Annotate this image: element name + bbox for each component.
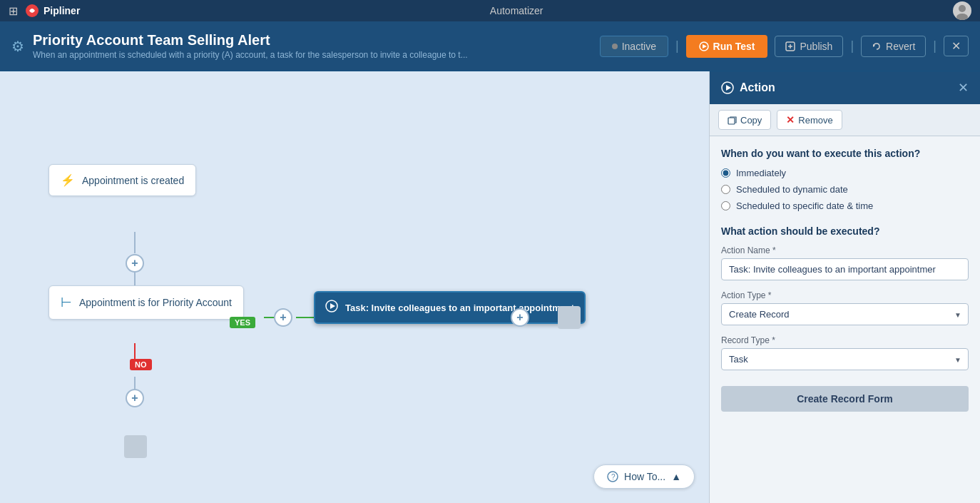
logo-icon bbox=[25, 4, 39, 18]
action-type-select[interactable]: Create Record Send Email Update Record bbox=[721, 303, 969, 325]
svg-point-1 bbox=[959, 5, 966, 12]
header-controls: Inactive | Run Test Publish | Revert | ✕ bbox=[600, 35, 969, 58]
end-node-yes bbox=[558, 306, 581, 329]
radio-immediately[interactable]: Immediately bbox=[721, 168, 969, 178]
radio-specific-label: Scheduled to specific date & time bbox=[736, 200, 873, 211]
remove-label: Remove bbox=[798, 115, 832, 126]
what-section-title: What action should be executed? bbox=[721, 225, 969, 237]
condition-node[interactable]: ⊢ Appointment is for Priority Account bbox=[49, 285, 244, 320]
inactive-label: Inactive bbox=[622, 41, 656, 52]
no-badge: NO bbox=[130, 359, 152, 370]
yes-badge: YES bbox=[230, 317, 255, 328]
page-title: Automatizer bbox=[87, 5, 946, 16]
how-to-label: How To... bbox=[624, 471, 665, 482]
radio-dynamic-input[interactable] bbox=[721, 185, 730, 194]
panel-play-icon bbox=[721, 81, 734, 94]
add-node-btn-1[interactable]: + bbox=[126, 254, 144, 273]
close-header-button[interactable]: ✕ bbox=[944, 36, 969, 56]
svg-text:?: ? bbox=[611, 473, 616, 481]
action-label: Task: Invite colleagues to an important … bbox=[345, 303, 574, 313]
separator-3: | bbox=[933, 39, 936, 54]
automation-subtitle: When an appointment is scheduled with a … bbox=[33, 50, 532, 60]
action-name-field: Action Name * bbox=[721, 245, 969, 280]
revert-icon bbox=[872, 41, 882, 51]
radio-specific[interactable]: Scheduled to specific date & time bbox=[721, 200, 969, 211]
status-dot bbox=[612, 44, 618, 49]
action-name-label: Action Name * bbox=[721, 245, 969, 255]
copy-button[interactable]: Copy bbox=[718, 110, 771, 130]
panel-toolbar: Copy ✕ Remove bbox=[710, 104, 980, 136]
radio-immediately-input[interactable] bbox=[721, 168, 730, 178]
separator-1: | bbox=[675, 39, 679, 54]
when-section-title: When do you want to execute this action? bbox=[721, 148, 969, 159]
action-type-label: Action Type * bbox=[721, 290, 969, 300]
record-type-field: Record Type * Task Activity Appointment bbox=[721, 335, 969, 370]
copy-label: Copy bbox=[740, 115, 762, 126]
publish-icon bbox=[785, 41, 795, 51]
svg-marker-4 bbox=[703, 44, 707, 49]
record-type-select-wrapper: Task Activity Appointment bbox=[721, 348, 969, 370]
help-icon: ? bbox=[607, 471, 618, 482]
svg-point-2 bbox=[956, 14, 968, 20]
settings-icon[interactable]: ⚙ bbox=[11, 38, 24, 55]
publish-label: Publish bbox=[800, 41, 832, 52]
separator-2: | bbox=[850, 39, 854, 54]
radio-dynamic[interactable]: Scheduled to dynamic date bbox=[721, 184, 969, 195]
action-type-field: Action Type * Create Record Send Email U… bbox=[721, 290, 969, 325]
panel-content: When do you want to execute this action?… bbox=[710, 136, 980, 503]
trigger-node[interactable]: ⚡ Appointment is created bbox=[49, 164, 196, 196]
inactive-button[interactable]: Inactive bbox=[600, 36, 668, 57]
user-avatar[interactable] bbox=[953, 1, 971, 20]
action-node[interactable]: Task: Invite colleagues to an important … bbox=[314, 291, 586, 324]
chevron-up-icon: ▲ bbox=[671, 471, 681, 482]
condition-icon: ⊢ bbox=[61, 295, 72, 310]
header-title-block: Priority Account Team Selling Alert When… bbox=[33, 32, 591, 60]
main-area: ⚡ Appointment is created + ⊢ Appointment… bbox=[0, 71, 980, 503]
publish-button[interactable]: Publish bbox=[775, 36, 843, 57]
svg-marker-23 bbox=[726, 85, 731, 91]
record-type-label: Record Type * bbox=[721, 335, 969, 345]
run-test-label: Run Test bbox=[713, 41, 755, 52]
panel-header: Action ✕ bbox=[710, 71, 980, 104]
app-logo: Pipliner bbox=[25, 4, 80, 18]
action-type-select-wrapper: Create Record Send Email Update Record bbox=[721, 303, 969, 325]
add-node-btn-4[interactable]: + bbox=[126, 389, 144, 407]
add-node-btn-3[interactable]: + bbox=[511, 308, 529, 327]
action-play-icon bbox=[325, 300, 338, 315]
copy-icon bbox=[728, 116, 737, 125]
add-node-btn-2[interactable]: + bbox=[274, 308, 292, 327]
radio-dynamic-label: Scheduled to dynamic date bbox=[736, 184, 848, 195]
automation-title: Priority Account Team Selling Alert bbox=[33, 32, 591, 49]
grid-icon[interactable]: ⊞ bbox=[9, 4, 18, 18]
svg-rect-24 bbox=[728, 118, 735, 124]
panel-title-text: Action bbox=[740, 81, 775, 94]
run-test-button[interactable]: Run Test bbox=[686, 35, 768, 58]
create-record-form-button[interactable]: Create Record Form bbox=[721, 386, 969, 412]
revert-button[interactable]: Revert bbox=[861, 36, 926, 57]
panel-title: Action bbox=[721, 81, 775, 94]
trigger-icon: ⚡ bbox=[61, 173, 75, 187]
top-nav: ⊞ Pipliner Automatizer bbox=[0, 0, 980, 21]
play-icon bbox=[699, 41, 709, 51]
radio-immediately-label: Immediately bbox=[736, 168, 786, 178]
remove-icon: ✕ bbox=[786, 114, 795, 126]
app-name: Pipliner bbox=[44, 5, 80, 16]
revert-label: Revert bbox=[886, 41, 915, 52]
end-node-no bbox=[124, 435, 147, 458]
header-bar: ⚙ Priority Account Team Selling Alert Wh… bbox=[0, 21, 980, 71]
remove-button[interactable]: ✕ Remove bbox=[777, 110, 842, 130]
condition-label: Appointment is for Priority Account bbox=[79, 297, 232, 308]
action-name-input[interactable] bbox=[721, 258, 969, 280]
svg-marker-19 bbox=[330, 303, 335, 309]
how-to-button[interactable]: ? How To... ▲ bbox=[593, 464, 695, 489]
radio-specific-input[interactable] bbox=[721, 201, 730, 210]
trigger-label: Appointment is created bbox=[82, 175, 184, 186]
canvas[interactable]: ⚡ Appointment is created + ⊢ Appointment… bbox=[0, 71, 709, 503]
right-panel: Action ✕ Copy ✕ Remove When do you want … bbox=[709, 71, 980, 503]
record-type-select[interactable]: Task Activity Appointment bbox=[721, 348, 969, 370]
timing-radio-group: Immediately Scheduled to dynamic date Sc… bbox=[721, 168, 969, 211]
panel-close-button[interactable]: ✕ bbox=[958, 80, 969, 96]
